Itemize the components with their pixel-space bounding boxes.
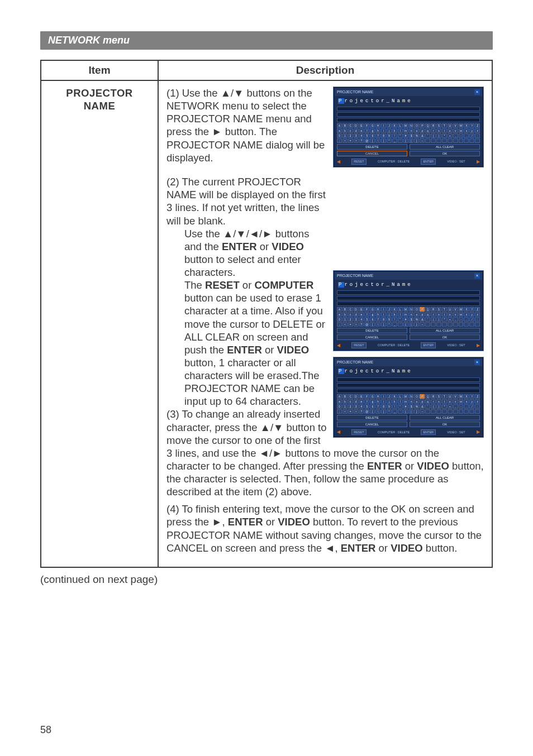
dialog-screenshot-3: PROJECTOR NAME× Projector_Name ABCDEFGHI… [333, 357, 484, 438]
page: NETWORK menu Item Description PROJECTOR … [0, 0, 533, 756]
table-row: PROJECTOR NAME PROJECTOR NAME× Projector… [41, 80, 492, 567]
step-2-3: PROJECTOR NAME× Projector_Name ABCDEFGHI… [166, 175, 484, 498]
dialog-screenshots-stack: PROJECTOR NAME× Projector_Name ABCDEFGHI… [333, 270, 484, 438]
continued-note: (continued on next page) [40, 573, 493, 586]
main-table: Item Description PROJECTOR NAME PROJECTO… [40, 60, 493, 568]
col-header-description: Description [158, 60, 492, 80]
col-header-item: Item [41, 60, 158, 80]
section-header: NETWORK menu [40, 31, 493, 50]
close-icon: × [474, 273, 480, 279]
table-header-row: Item Description [41, 60, 492, 80]
description-cell: PROJECTOR NAME× Projector_Name ABCDEFGHI… [158, 80, 492, 567]
close-icon: × [474, 89, 480, 95]
step-4: (4) To finish entering text, move the cu… [166, 503, 484, 554]
close-icon: × [474, 360, 480, 365]
step-1: PROJECTOR NAME× Projector_Name ABCDEFGHI… [166, 87, 484, 171]
dialog-screenshot-2: PROJECTOR NAME× Projector_Name ABCDEFGHI… [333, 270, 484, 351]
dialog-screenshot-1: PROJECTOR NAME× Projector_Name ABCDEFGHI… [333, 87, 484, 168]
page-number: 58 [40, 724, 51, 736]
item-cell-projector-name: PROJECTOR NAME [41, 80, 158, 567]
